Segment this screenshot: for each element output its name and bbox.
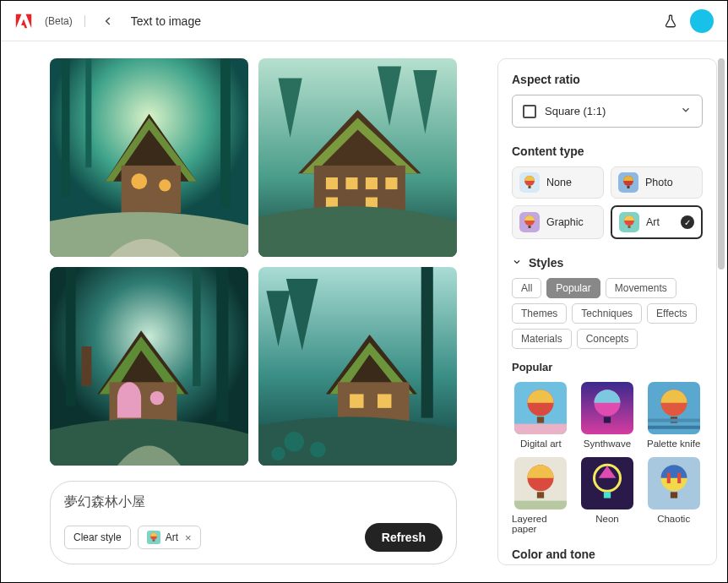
flask-icon[interactable]	[663, 14, 678, 29]
balloon-icon	[519, 212, 540, 232]
svg-rect-50	[604, 417, 611, 422]
style-synthwave[interactable]: Synthwave	[579, 382, 637, 449]
content-type-none[interactable]: None	[512, 166, 604, 199]
svg-rect-20	[82, 346, 92, 386]
tab-popular[interactable]: Popular	[546, 278, 600, 298]
svg-rect-40	[529, 226, 531, 228]
main-area: 夢幻森林小屋 Clear style Art ×	[1, 41, 497, 582]
style-layered-paper[interactable]: Layered paper	[512, 457, 570, 534]
page-title: Text to image	[131, 14, 201, 28]
refresh-button[interactable]: Refresh	[365, 523, 443, 552]
styles-toggle[interactable]: Styles	[512, 256, 703, 270]
svg-rect-43	[628, 226, 631, 228]
svg-rect-18	[193, 267, 200, 386]
svg-rect-1	[62, 58, 69, 198]
avatar[interactable]	[690, 9, 714, 33]
tab-materials[interactable]: Materials	[512, 329, 572, 349]
svg-rect-47	[514, 424, 567, 434]
balloon-icon	[618, 172, 638, 193]
tab-all[interactable]: All	[512, 278, 541, 298]
content-type-grid: None Photo Graphic Art ✓	[512, 166, 703, 239]
content-type-art[interactable]: Art ✓	[611, 205, 703, 239]
svg-rect-37	[627, 186, 630, 188]
svg-rect-16	[66, 267, 76, 406]
style-digital-art[interactable]: Digital art	[512, 382, 570, 449]
square-icon	[523, 105, 536, 118]
svg-rect-17	[216, 267, 228, 422]
svg-rect-24	[338, 382, 410, 422]
top-bar: (Beta) Text to image	[1, 1, 727, 41]
top-bar-right	[663, 9, 714, 33]
svg-rect-3	[85, 58, 91, 167]
svg-rect-12	[385, 177, 397, 189]
svg-rect-10	[345, 177, 357, 189]
svg-rect-2	[220, 58, 231, 207]
popular-subtitle: Popular	[512, 361, 703, 373]
svg-rect-63	[671, 492, 677, 498]
top-bar-left: (Beta) Text to image	[14, 10, 201, 32]
balloon-icon	[619, 212, 639, 232]
svg-rect-56	[537, 492, 544, 498]
svg-rect-4	[122, 166, 182, 213]
svg-rect-57	[514, 501, 567, 509]
svg-point-29	[271, 447, 285, 460]
svg-point-28	[310, 442, 326, 458]
check-icon: ✓	[681, 215, 694, 229]
style-tabs: All Popular Movements Themes Techniques …	[512, 278, 703, 349]
clear-style-button[interactable]: Clear style	[64, 526, 131, 549]
style-chaotic[interactable]: Chaotic	[644, 457, 703, 534]
chevron-down-icon	[512, 257, 522, 270]
tab-concepts[interactable]: Concepts	[577, 329, 638, 349]
settings-panel: Aspect ratio Square (1:1) Content type N…	[497, 58, 717, 565]
svg-rect-60	[604, 492, 611, 498]
style-chip-art[interactable]: Art ×	[138, 526, 201, 549]
prompt-input[interactable]: 夢幻森林小屋	[64, 493, 443, 511]
aspect-ratio-title: Aspect ratio	[512, 73, 703, 86]
svg-point-21	[150, 391, 164, 405]
chevron-down-icon	[680, 104, 692, 118]
svg-point-6	[159, 179, 171, 191]
content-type-title: Content type	[512, 144, 703, 158]
prompt-bar: 夢幻森林小屋 Clear style Art ×	[50, 481, 457, 564]
svg-rect-25	[350, 394, 363, 407]
svg-point-27	[285, 432, 305, 452]
aspect-ratio-select[interactable]: Square (1:1)	[512, 95, 703, 128]
result-image[interactable]	[258, 58, 457, 257]
style-neon[interactable]: Neon	[579, 457, 637, 534]
svg-rect-34	[529, 186, 531, 188]
svg-rect-23	[421, 267, 433, 418]
svg-rect-46	[537, 417, 544, 422]
result-image[interactable]	[50, 267, 248, 466]
svg-rect-31	[152, 540, 155, 542]
tab-movements[interactable]: Movements	[606, 278, 676, 298]
content-type-photo[interactable]: Photo	[611, 166, 703, 199]
beta-label: (Beta)	[45, 15, 85, 27]
color-tone-title: Color and tone	[512, 548, 703, 561]
svg-rect-26	[378, 394, 391, 407]
tab-effects[interactable]: Effects	[647, 303, 696, 324]
result-image[interactable]	[258, 267, 457, 466]
svg-rect-9	[326, 177, 338, 189]
result-image[interactable]	[50, 58, 248, 257]
style-grid: Digital art Synthwave Palette knife Laye…	[512, 382, 703, 534]
tab-techniques[interactable]: Techniques	[572, 303, 642, 324]
scrollbar[interactable]	[717, 58, 725, 565]
back-button[interactable]	[97, 10, 119, 32]
balloon-icon	[519, 172, 540, 193]
close-icon: ×	[185, 531, 192, 544]
adobe-logo-icon	[14, 12, 33, 30]
tab-themes[interactable]: Themes	[512, 303, 567, 324]
balloon-icon	[147, 531, 160, 544]
result-grid	[50, 58, 457, 466]
svg-point-5	[131, 173, 147, 189]
svg-rect-11	[366, 177, 378, 189]
content-type-graphic[interactable]: Graphic	[512, 205, 604, 239]
style-palette-knife[interactable]: Palette knife	[644, 382, 703, 449]
